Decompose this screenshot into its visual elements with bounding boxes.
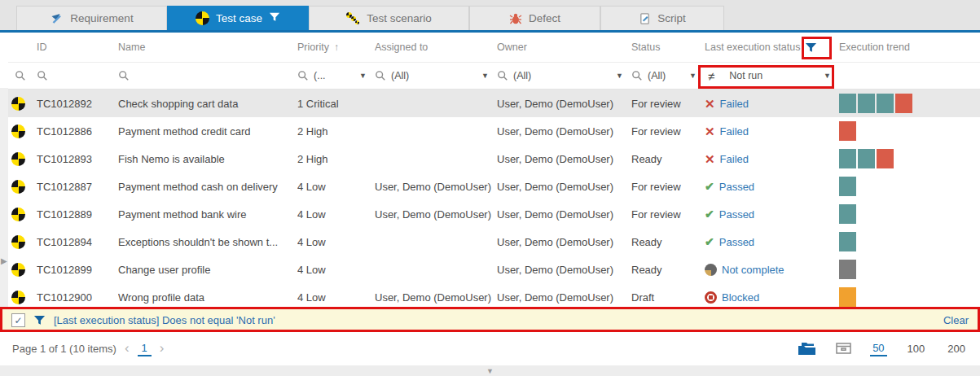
row-last-execution-status[interactable]: ✔Passed — [705, 208, 839, 221]
tab-requirement[interactable]: Requirement — [16, 6, 167, 30]
failed-icon: ✕ — [705, 125, 715, 138]
test-case-icon — [11, 208, 25, 221]
test-case-icon — [11, 97, 25, 111]
chevron-down-icon[interactable]: ▼ — [824, 72, 831, 80]
row-id: TC1012887 — [37, 181, 118, 193]
column-header-last-execution-status[interactable]: Last execution status — [705, 42, 839, 54]
test-case-icon — [11, 235, 25, 249]
column-header-priority[interactable]: Priority↑ — [297, 42, 375, 53]
row-execution-trend — [839, 121, 980, 141]
row-id: TC1012886 — [37, 125, 118, 138]
filter-cell-priority[interactable]: (...▼ — [297, 70, 375, 81]
execution-status-label[interactable]: Failed — [720, 125, 749, 138]
table-row[interactable]: TC1012899 Change user profile 4 Low User… — [8, 256, 980, 283]
row-priority: 2 High — [297, 125, 375, 138]
column-header-label: Priority — [297, 42, 329, 53]
row-priority: 4 Low — [297, 236, 375, 248]
passed-icon: ✔ — [705, 208, 714, 220]
filter-cell-icon-col[interactable] — [8, 70, 37, 81]
filter-cell-id[interactable] — [37, 70, 118, 81]
filter-cell-last-execution-status[interactable]: ≠Not run▼ — [705, 69, 839, 83]
execution-status-label[interactable]: Passed — [719, 181, 754, 193]
row-id: TC1012899 — [37, 264, 118, 276]
expand-panel-arrow-icon[interactable]: ▶ — [1, 256, 7, 265]
test-case-icon — [11, 125, 25, 138]
bottom-scrollbar[interactable]: ▼ — [0, 365, 980, 376]
filter-enabled-checkbox[interactable]: ✓ — [11, 313, 25, 327]
table-row[interactable]: TC1012886 Payment method credit card 2 H… — [8, 117, 980, 145]
page-info: Page 1 of 1 (10 items) — [12, 343, 116, 355]
column-filter-icon[interactable] — [805, 42, 817, 54]
table-body: TC1012892 Check shopping cart data 1 Cri… — [0, 90, 980, 311]
tab-script[interactable]: Script — [600, 6, 724, 30]
column-header-owner[interactable]: Owner — [497, 42, 631, 53]
column-header-label: Last execution status — [705, 42, 800, 53]
row-execution-trend — [839, 232, 980, 251]
trend-square-teal — [839, 232, 856, 251]
trend-square-teal — [839, 177, 856, 196]
table-row[interactable]: TC1012893 Fish Nemo is available 2 High … — [8, 145, 980, 173]
search-icon — [118, 70, 130, 81]
folders-view-icon[interactable] — [798, 342, 817, 356]
filter-cell-name[interactable] — [118, 70, 297, 81]
tab-test-scenario[interactable]: Test scenario — [309, 6, 469, 30]
chevron-down-icon[interactable]: ▼ — [689, 72, 697, 80]
tab-defect[interactable]: Defect — [469, 6, 600, 30]
row-id: TC1012893 — [37, 153, 118, 165]
column-header-status[interactable]: Status — [631, 42, 705, 53]
failed-icon: ✕ — [705, 98, 715, 110]
row-last-execution-status[interactable]: ✔Passed — [705, 236, 839, 248]
not-complete-icon — [705, 264, 717, 276]
chevron-down-icon[interactable]: ▼ — [481, 72, 489, 80]
filter-row: (...▼ (All)▼ (All)▼ (All)▼ ≠Not run▼ — [8, 63, 980, 90]
clear-filter-link[interactable]: Clear — [943, 314, 969, 326]
row-last-execution-status[interactable]: ✕Failed — [705, 153, 839, 165]
column-header-execution-trend[interactable]: Execution trend — [839, 42, 980, 53]
page-size-50[interactable]: 50 — [870, 341, 886, 356]
execution-status-label[interactable]: Passed — [719, 236, 754, 248]
execution-status-label[interactable]: Passed — [719, 208, 754, 221]
chevron-down-icon[interactable]: ▼ — [616, 72, 623, 80]
requirement-icon — [50, 12, 64, 25]
not-equal-operator-icon[interactable]: ≠ — [708, 69, 714, 83]
tab-test-case[interactable]: Test case — [167, 6, 309, 30]
column-header-id[interactable]: ID — [37, 42, 118, 53]
current-page-button[interactable]: 1 — [138, 341, 152, 356]
filter-cell-assigned-to[interactable]: (All)▼ — [375, 70, 497, 81]
table-row[interactable]: TC1012894 Exceptions shouldn't be shown … — [8, 228, 980, 256]
page-size-200[interactable]: 200 — [945, 342, 968, 356]
scroll-down-icon[interactable]: ▼ — [486, 367, 494, 375]
row-status: For review — [631, 125, 705, 138]
execution-status-label[interactable]: Blocked — [722, 291, 759, 304]
row-last-execution-status[interactable]: Not complete — [705, 264, 839, 276]
table-row[interactable]: TC1012889 Payment method bank wire 4 Low… — [8, 200, 980, 228]
row-last-execution-status[interactable]: ✔Passed — [705, 181, 839, 193]
page-size-100[interactable]: 100 — [905, 342, 928, 356]
table-row[interactable]: TC1012892 Check shopping cart data 1 Cri… — [8, 90, 980, 117]
table-row[interactable]: TC1012887 Payment method cash on deliver… — [8, 173, 980, 200]
row-owner: User, Demo (DemoUser) — [497, 291, 631, 304]
failed-icon: ✕ — [705, 153, 715, 165]
row-last-execution-status[interactable]: ✕Failed — [705, 125, 839, 138]
archive-box-icon[interactable] — [835, 342, 852, 355]
chevron-down-icon[interactable]: ▼ — [359, 72, 367, 80]
next-page-icon[interactable]: › — [160, 340, 165, 356]
search-icon — [631, 70, 643, 81]
trend-square-gray — [839, 260, 856, 279]
column-header-assigned-to[interactable]: Assigned to — [375, 42, 497, 53]
passed-icon: ✔ — [705, 236, 714, 247]
trend-square-red — [895, 94, 912, 113]
row-name: Fish Nemo is available — [118, 153, 297, 165]
execution-status-label[interactable]: Failed — [720, 98, 749, 110]
previous-page-icon[interactable]: ‹ — [125, 340, 130, 356]
filter-cell-owner[interactable]: (All)▼ — [497, 70, 631, 81]
filter-cell-status[interactable]: (All)▼ — [631, 70, 705, 81]
table-row[interactable]: TC1012900 Wrong profile data 4 Low User,… — [8, 283, 980, 311]
execution-status-label[interactable]: Failed — [720, 153, 749, 165]
column-header-name[interactable]: Name — [118, 42, 297, 53]
execution-status-label[interactable]: Not complete — [722, 264, 784, 276]
test-case-icon — [11, 180, 25, 194]
row-last-execution-status[interactable]: ✕Failed — [705, 98, 839, 110]
column-header-label: Name — [118, 42, 145, 53]
row-last-execution-status[interactable]: Blocked — [705, 291, 839, 304]
